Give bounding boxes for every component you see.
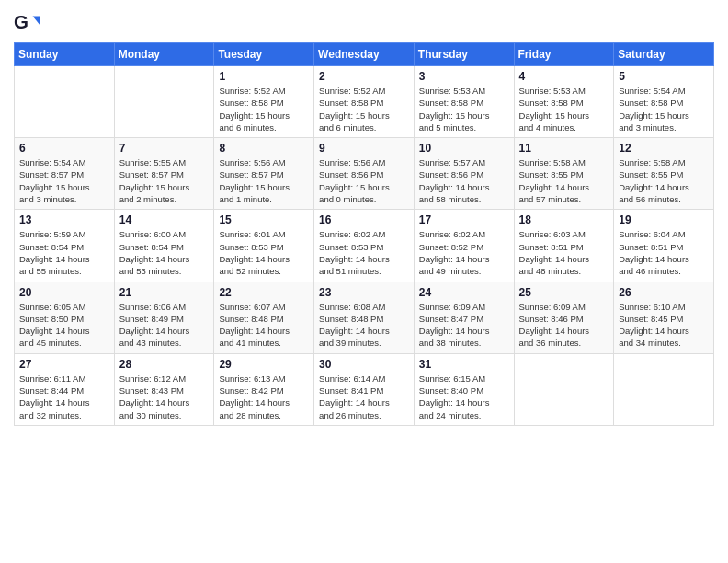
day-info: Sunrise: 5:55 AM Sunset: 8:57 PM Dayligh…: [119, 156, 210, 205]
weekday-header-sunday: Sunday: [15, 43, 115, 66]
day-number: 10: [419, 142, 509, 155]
day-number: 19: [619, 213, 709, 226]
weekday-header-friday: Friday: [514, 43, 614, 66]
day-number: 9: [319, 142, 409, 155]
calendar-cell: 25Sunrise: 6:09 AM Sunset: 8:46 PM Dayli…: [514, 282, 614, 353]
day-info: Sunrise: 5:58 AM Sunset: 8:55 PM Dayligh…: [619, 156, 709, 205]
calendar-cell: 15Sunrise: 6:01 AM Sunset: 8:53 PM Dayli…: [214, 210, 314, 282]
logo: G: [14, 9, 41, 35]
day-number: 27: [19, 358, 109, 371]
day-info: Sunrise: 5:52 AM Sunset: 8:58 PM Dayligh…: [319, 85, 409, 133]
calendar-cell: 9Sunrise: 5:56 AM Sunset: 8:56 PM Daylig…: [314, 138, 415, 210]
calendar-cell: 6Sunrise: 5:54 AM Sunset: 8:57 PM Daylig…: [15, 138, 115, 210]
day-info: Sunrise: 6:09 AM Sunset: 8:47 PM Dayligh…: [419, 301, 509, 350]
svg-text:G: G: [14, 11, 28, 32]
weekday-header-saturday: Saturday: [614, 43, 714, 66]
day-number: 12: [619, 142, 709, 155]
day-info: Sunrise: 5:53 AM Sunset: 8:58 PM Dayligh…: [419, 85, 509, 133]
day-number: 18: [519, 213, 609, 226]
calendar-week-2: 13Sunrise: 5:59 AM Sunset: 8:54 PM Dayli…: [15, 210, 714, 282]
day-info: Sunrise: 6:10 AM Sunset: 8:45 PM Dayligh…: [619, 301, 709, 350]
day-number: 13: [19, 213, 109, 226]
calendar-cell: 17Sunrise: 6:02 AM Sunset: 8:52 PM Dayli…: [414, 210, 514, 282]
calendar-cell: 16Sunrise: 6:02 AM Sunset: 8:53 PM Dayli…: [314, 210, 415, 282]
calendar-cell: 13Sunrise: 5:59 AM Sunset: 8:54 PM Dayli…: [15, 210, 115, 282]
calendar-cell: 31Sunrise: 6:15 AM Sunset: 8:40 PM Dayli…: [414, 353, 514, 425]
day-info: Sunrise: 6:11 AM Sunset: 8:44 PM Dayligh…: [19, 373, 109, 421]
day-info: Sunrise: 5:53 AM Sunset: 8:58 PM Dayligh…: [519, 85, 609, 133]
day-number: 23: [319, 286, 409, 299]
day-number: 22: [219, 286, 309, 299]
calendar-cell: 8Sunrise: 5:56 AM Sunset: 8:57 PM Daylig…: [214, 138, 314, 210]
svg-marker-1: [33, 16, 40, 24]
calendar-body: 1Sunrise: 5:52 AM Sunset: 8:58 PM Daylig…: [15, 66, 714, 426]
day-info: Sunrise: 5:52 AM Sunset: 8:58 PM Dayligh…: [219, 85, 309, 133]
day-number: 20: [19, 286, 109, 299]
day-number: 17: [419, 213, 509, 226]
day-number: 7: [119, 142, 210, 155]
calendar-table: SundayMondayTuesdayWednesdayThursdayFrid…: [14, 42, 714, 426]
day-info: Sunrise: 6:12 AM Sunset: 8:43 PM Dayligh…: [119, 373, 210, 421]
calendar-cell: 5Sunrise: 5:54 AM Sunset: 8:58 PM Daylig…: [614, 66, 714, 138]
calendar-cell: [15, 66, 115, 138]
day-number: 15: [219, 213, 309, 226]
day-info: Sunrise: 5:56 AM Sunset: 8:56 PM Dayligh…: [319, 156, 409, 205]
day-info: Sunrise: 6:00 AM Sunset: 8:54 PM Dayligh…: [119, 228, 210, 277]
calendar-cell: 27Sunrise: 6:11 AM Sunset: 8:44 PM Dayli…: [15, 353, 115, 425]
page-header: G: [14, 9, 714, 35]
calendar-cell: 22Sunrise: 6:07 AM Sunset: 8:48 PM Dayli…: [214, 282, 314, 353]
day-number: 5: [619, 70, 709, 83]
calendar-cell: 11Sunrise: 5:58 AM Sunset: 8:55 PM Dayli…: [514, 138, 614, 210]
day-info: Sunrise: 5:59 AM Sunset: 8:54 PM Dayligh…: [19, 228, 109, 277]
calendar-header: SundayMondayTuesdayWednesdayThursdayFrid…: [15, 43, 714, 66]
calendar-cell: 19Sunrise: 6:04 AM Sunset: 8:51 PM Dayli…: [614, 210, 714, 282]
weekday-header-monday: Monday: [114, 43, 214, 66]
day-info: Sunrise: 6:04 AM Sunset: 8:51 PM Dayligh…: [619, 228, 709, 277]
day-info: Sunrise: 5:56 AM Sunset: 8:57 PM Dayligh…: [219, 156, 309, 205]
calendar-cell: [514, 353, 614, 425]
calendar-cell: 30Sunrise: 6:14 AM Sunset: 8:41 PM Dayli…: [314, 353, 415, 425]
day-number: 29: [219, 358, 309, 371]
day-info: Sunrise: 6:14 AM Sunset: 8:41 PM Dayligh…: [319, 373, 409, 421]
day-info: Sunrise: 6:15 AM Sunset: 8:40 PM Dayligh…: [419, 373, 509, 421]
calendar-cell: 18Sunrise: 6:03 AM Sunset: 8:51 PM Dayli…: [514, 210, 614, 282]
calendar-week-4: 27Sunrise: 6:11 AM Sunset: 8:44 PM Dayli…: [15, 353, 714, 425]
calendar-cell: 10Sunrise: 5:57 AM Sunset: 8:56 PM Dayli…: [414, 138, 514, 210]
calendar-cell: 2Sunrise: 5:52 AM Sunset: 8:58 PM Daylig…: [314, 66, 415, 138]
logo-icon: G: [14, 9, 40, 35]
calendar-cell: 12Sunrise: 5:58 AM Sunset: 8:55 PM Dayli…: [614, 138, 714, 210]
calendar-cell: 20Sunrise: 6:05 AM Sunset: 8:50 PM Dayli…: [15, 282, 115, 353]
day-info: Sunrise: 6:09 AM Sunset: 8:46 PM Dayligh…: [519, 301, 609, 350]
calendar-week-3: 20Sunrise: 6:05 AM Sunset: 8:50 PM Dayli…: [15, 282, 714, 353]
day-number: 8: [219, 142, 309, 155]
weekday-header-row: SundayMondayTuesdayWednesdayThursdayFrid…: [15, 43, 714, 66]
day-info: Sunrise: 6:01 AM Sunset: 8:53 PM Dayligh…: [219, 228, 309, 277]
day-info: Sunrise: 6:03 AM Sunset: 8:51 PM Dayligh…: [519, 228, 609, 277]
day-number: 25: [519, 286, 609, 299]
weekday-header-tuesday: Tuesday: [214, 43, 314, 66]
day-number: 2: [319, 70, 409, 83]
day-info: Sunrise: 6:02 AM Sunset: 8:53 PM Dayligh…: [319, 228, 409, 277]
weekday-header-wednesday: Wednesday: [314, 43, 415, 66]
calendar-week-0: 1Sunrise: 5:52 AM Sunset: 8:58 PM Daylig…: [15, 66, 714, 138]
calendar-cell: 1Sunrise: 5:52 AM Sunset: 8:58 PM Daylig…: [214, 66, 314, 138]
day-info: Sunrise: 5:57 AM Sunset: 8:56 PM Dayligh…: [419, 156, 509, 205]
day-number: 14: [119, 213, 210, 226]
day-number: 1: [219, 70, 309, 83]
day-number: 31: [419, 358, 509, 371]
calendar-cell: 14Sunrise: 6:00 AM Sunset: 8:54 PM Dayli…: [114, 210, 214, 282]
calendar-cell: [614, 353, 714, 425]
day-number: 16: [319, 213, 409, 226]
calendar-cell: 23Sunrise: 6:08 AM Sunset: 8:48 PM Dayli…: [314, 282, 415, 353]
calendar-week-1: 6Sunrise: 5:54 AM Sunset: 8:57 PM Daylig…: [15, 138, 714, 210]
day-number: 6: [19, 142, 109, 155]
day-number: 11: [519, 142, 609, 155]
day-info: Sunrise: 5:54 AM Sunset: 8:57 PM Dayligh…: [19, 156, 109, 205]
day-info: Sunrise: 6:05 AM Sunset: 8:50 PM Dayligh…: [19, 301, 109, 350]
day-info: Sunrise: 5:58 AM Sunset: 8:55 PM Dayligh…: [519, 156, 609, 205]
day-number: 24: [419, 286, 509, 299]
calendar-cell: 7Sunrise: 5:55 AM Sunset: 8:57 PM Daylig…: [114, 138, 214, 210]
day-number: 3: [419, 70, 509, 83]
day-number: 26: [619, 286, 709, 299]
calendar-cell: 28Sunrise: 6:12 AM Sunset: 8:43 PM Dayli…: [114, 353, 214, 425]
